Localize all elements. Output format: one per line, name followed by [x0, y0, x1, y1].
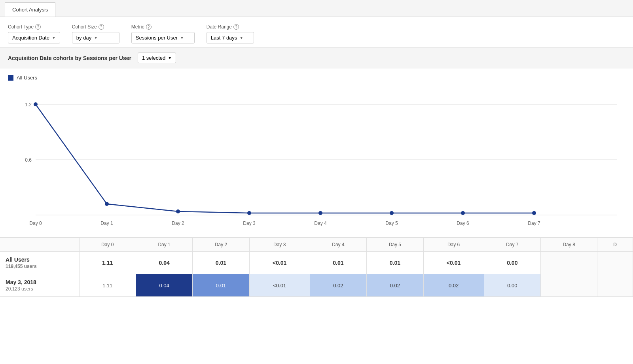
x-label-day4: Day 4: [314, 221, 327, 226]
date-range-dropdown[interactable]: Last 7 days ▼: [207, 32, 254, 43]
may3-dayn: [597, 274, 633, 297]
date-range-control: Date Range ? Last 7 days ▼: [207, 24, 254, 43]
cohort-size-arrow-icon: ▼: [94, 36, 98, 40]
chart-header: Acquisition Date cohorts by Sessions per…: [0, 47, 633, 68]
table-header-row: Day 0 Day 1 Day 2 Day 3 Day 4 Day 5 Day …: [0, 238, 633, 252]
may3-day1: 0.04: [136, 274, 192, 297]
all-users-day2: 0.01: [193, 252, 249, 274]
may3-subtitle: 20,123 users: [6, 286, 74, 292]
cohort-table: Day 0 Day 1 Day 2 Day 3 Day 4 Day 5 Day …: [0, 238, 633, 297]
may3-row-header: May 3, 2018 20,123 users: [0, 274, 79, 297]
all-users-dayn: [597, 252, 633, 274]
cohort-size-label: Cohort Size ?: [72, 24, 119, 30]
all-users-day5: 0.01: [367, 252, 423, 274]
y-label-0.6: 0.6: [25, 157, 32, 163]
all-users-day4: 0.01: [310, 252, 366, 274]
table-section: Day 0 Day 1 Day 2 Day 3 Day 4 Day 5 Day …: [0, 237, 633, 297]
may3-day8: [541, 274, 597, 297]
chart-container: 1.2 0.6 Day 0 Day: [8, 85, 625, 231]
all-users-day1: 0.04: [136, 252, 192, 274]
selected-button[interactable]: 1 selected ▼: [138, 53, 176, 63]
all-users-row: All Users 119,455 users 1.11 0.04 0.01 <…: [0, 252, 633, 274]
controls-section: Cohort Type ? Acquisition Date ▼ Cohort …: [0, 17, 633, 47]
all-users-day0: 1.11: [79, 252, 136, 274]
metric-arrow-icon: ▼: [180, 36, 184, 40]
may3-title: May 3, 2018: [6, 279, 74, 285]
col-header-day8: Day 8: [541, 238, 597, 252]
may3-day7: 0.00: [484, 274, 540, 297]
date-range-label: Date Range ?: [207, 24, 254, 30]
may3-day3: <0.01: [249, 274, 310, 297]
cohort-type-control: Cohort Type ? Acquisition Date ▼: [8, 24, 60, 43]
may3-day5: 0.02: [367, 274, 423, 297]
chart-area: All Users 1.2 0.6: [0, 68, 633, 237]
cohort-type-arrow-icon: ▼: [52, 36, 56, 40]
data-point-day1: [105, 202, 109, 206]
all-users-row-header: All Users 119,455 users: [0, 252, 79, 274]
x-label-day5: Day 5: [385, 221, 398, 226]
x-label-day0: Day 0: [29, 221, 42, 226]
cohort-type-label: Cohort Type ?: [8, 24, 60, 30]
col-header-row: [0, 238, 79, 252]
x-label-day7: Day 7: [528, 221, 540, 226]
data-point-day7: [532, 211, 536, 215]
x-label-day6: Day 6: [457, 221, 469, 226]
all-users-day6: <0.01: [423, 252, 484, 274]
x-label-day3: Day 3: [243, 221, 256, 226]
all-users-day7: 0.00: [484, 252, 540, 274]
col-header-day3: Day 3: [249, 238, 310, 252]
chart-svg: 1.2 0.6 Day 0 Day: [8, 85, 625, 231]
all-users-title: All Users: [6, 256, 74, 263]
chart-line: [36, 104, 534, 213]
cohort-size-dropdown[interactable]: by day ▼: [72, 32, 119, 43]
y-label-1.2: 1.2: [25, 102, 32, 108]
metric-label: Metric ?: [131, 24, 195, 30]
data-point-day6: [461, 211, 465, 215]
chart-legend: All Users: [8, 75, 625, 81]
data-point-day2: [176, 209, 180, 213]
date-range-arrow-icon: ▼: [239, 36, 243, 40]
selected-arrow-icon: ▼: [168, 56, 172, 60]
tab-bar: Cohort Analysis: [0, 0, 633, 17]
data-point-day5: [390, 211, 394, 215]
metric-dropdown[interactable]: Sessions per User ▼: [131, 32, 195, 43]
data-point-day0: [34, 102, 38, 106]
x-label-day2: Day 2: [172, 221, 184, 226]
all-users-subtitle: 119,455 users: [6, 264, 74, 269]
metric-control: Metric ? Sessions per User ▼: [131, 24, 195, 43]
may3-day4: 0.02: [310, 274, 366, 297]
cohort-type-help-icon[interactable]: ?: [35, 24, 41, 30]
col-header-dayn: D: [597, 238, 633, 252]
may3-day6: 0.02: [423, 274, 484, 297]
table-row-may3: May 3, 2018 20,123 users 1.11 0.04 0.01 …: [0, 274, 633, 297]
cohort-size-control: Cohort Size ? by day ▼: [72, 24, 119, 43]
data-point-day3: [247, 211, 251, 215]
col-header-day1: Day 1: [136, 238, 192, 252]
col-header-day4: Day 4: [310, 238, 366, 252]
date-range-help-icon[interactable]: ?: [233, 24, 239, 30]
legend-color-swatch: [8, 75, 13, 81]
x-label-day1: Day 1: [100, 221, 113, 226]
cohort-size-help-icon[interactable]: ?: [99, 24, 104, 30]
metric-help-icon[interactable]: ?: [146, 24, 152, 30]
all-users-day3: <0.01: [249, 252, 310, 274]
col-header-day7: Day 7: [484, 238, 540, 252]
legend-label: All Users: [17, 75, 37, 81]
cohort-type-dropdown[interactable]: Acquisition Date ▼: [8, 32, 60, 43]
may3-day2: 0.01: [193, 274, 249, 297]
chart-title: Acquisition Date cohorts by Sessions per…: [8, 55, 131, 61]
may3-day0: 1.11: [79, 274, 136, 297]
col-header-day5: Day 5: [367, 238, 423, 252]
col-header-day6: Day 6: [423, 238, 484, 252]
col-header-day2: Day 2: [193, 238, 249, 252]
col-header-day0: Day 0: [79, 238, 136, 252]
data-point-day4: [318, 211, 322, 215]
tab-cohort-analysis[interactable]: Cohort Analysis: [5, 2, 55, 17]
all-users-day8: [541, 252, 597, 274]
